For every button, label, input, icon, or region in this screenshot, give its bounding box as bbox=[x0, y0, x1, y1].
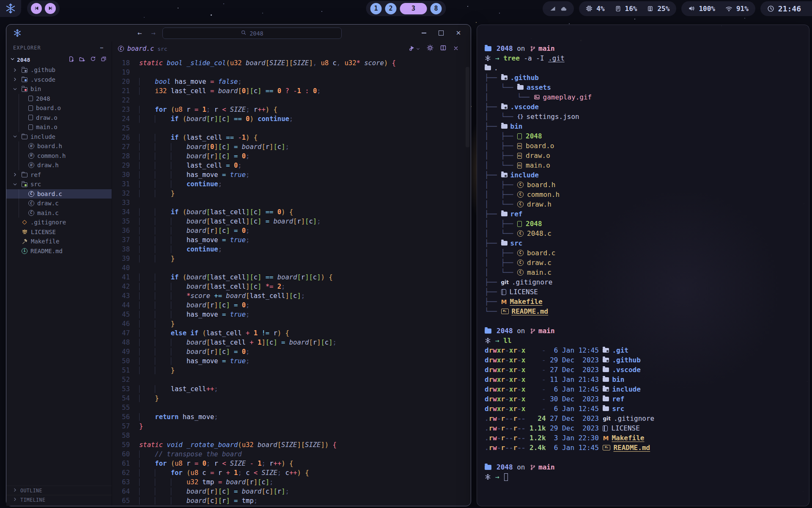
media-next-button[interactable] bbox=[45, 3, 56, 14]
explorer-item-bin[interactable]: bin bbox=[6, 84, 112, 94]
code-line-30: 30 has_move = true; bbox=[112, 170, 471, 179]
line-number: 57 bbox=[112, 422, 130, 430]
nix-logo-button[interactable] bbox=[0, 0, 21, 17]
line-number: 37 bbox=[112, 236, 130, 244]
new-file-button[interactable] bbox=[68, 56, 74, 64]
settings-button[interactable] bbox=[427, 44, 433, 53]
ll-row-.vscode: drwxr-xr-x - 27 Dec 2023 .vscode bbox=[485, 365, 801, 375]
explorer-item-main.o[interactable]: main.o bbox=[6, 122, 112, 132]
explorer-item-label: board.c bbox=[37, 190, 62, 197]
split-editor-button[interactable] bbox=[440, 44, 447, 53]
explorer-sidebar: EXPLORER ⋯ 2048 .github.vscodebin2048boa… bbox=[6, 41, 112, 506]
close-editor-button[interactable] bbox=[453, 45, 459, 53]
explorer-item-main.c[interactable]: Cmain.c bbox=[6, 208, 112, 218]
h-file-icon: H bbox=[28, 162, 34, 168]
collapse-all-button[interactable] bbox=[101, 56, 107, 64]
code-editor[interactable]: 18static bool _slide_col(u32 board[SIZE]… bbox=[112, 56, 471, 506]
explorer-item-draw.o[interactable]: draw.o bbox=[6, 113, 112, 123]
explorer-item-common.h[interactable]: Hcommon.h bbox=[6, 151, 112, 161]
file-link[interactable]: Makefile bbox=[612, 434, 644, 442]
section-timeline[interactable]: TIMELINE bbox=[6, 495, 112, 504]
system-stats[interactable]: 4% 16% 25% bbox=[579, 1, 676, 16]
weather-widget[interactable] bbox=[543, 1, 574, 16]
line-number: 63 bbox=[112, 478, 130, 486]
code-line-47: 47 else if (last_cell + 1 != r) { bbox=[112, 329, 471, 338]
media-prev-button[interactable] bbox=[31, 3, 42, 14]
tab-board-c[interactable]: C board.c bbox=[118, 45, 154, 52]
explorer-item-ref[interactable]: ref bbox=[6, 170, 112, 180]
project-root-row[interactable]: 2048 bbox=[6, 54, 112, 65]
workspace-2[interactable]: 2 bbox=[385, 3, 397, 14]
file-link[interactable]: README.md bbox=[613, 444, 650, 452]
file-link[interactable]: README.md bbox=[512, 307, 549, 315]
explorer-item-include[interactable]: include bbox=[6, 132, 112, 142]
search-icon bbox=[241, 30, 247, 37]
media-controls bbox=[27, 0, 60, 17]
explorer-item-Makefile[interactable]: Makefile bbox=[6, 237, 112, 246]
line-number: 48 bbox=[112, 339, 130, 346]
code-line-29: 29 last_cell = 0; bbox=[112, 161, 471, 170]
explorer-item-2048[interactable]: 2048 bbox=[6, 94, 112, 104]
folder-icon bbox=[22, 135, 27, 139]
explorer-more-button[interactable]: ⋯ bbox=[100, 45, 104, 51]
explorer-item-board.c[interactable]: Cboard.c bbox=[6, 189, 112, 199]
folder-icon bbox=[485, 329, 491, 334]
shell-input-line[interactable]: → bbox=[485, 472, 801, 482]
explorer-item-draw.h[interactable]: Hdraw.h bbox=[6, 160, 112, 170]
clock-widget[interactable]: 21:46 bbox=[760, 1, 812, 16]
tree-row-draw.c: │ ├── Cdraw.c bbox=[485, 258, 801, 268]
code-line-51: 51 } bbox=[112, 366, 471, 375]
audio-network[interactable]: 100% 91% bbox=[681, 1, 755, 16]
folder-icon bbox=[485, 465, 491, 470]
explorer-item-.github[interactable]: .github bbox=[6, 65, 112, 75]
section-outline[interactable]: OUTLINE bbox=[6, 486, 112, 495]
nav-back-button[interactable]: ← bbox=[137, 29, 142, 37]
link-git[interactable]: .git bbox=[548, 54, 565, 62]
code-line-27: 27 board[0][c] = board[r][c]; bbox=[112, 142, 471, 152]
file-link[interactable]: Makefile bbox=[510, 298, 542, 306]
explorer-item-label: draw.h bbox=[37, 162, 59, 168]
disk-icon bbox=[647, 6, 653, 12]
refresh-button[interactable] bbox=[90, 56, 96, 64]
tree-row-board.o: │ ├── 01board.o bbox=[485, 141, 801, 151]
code-line-22: 22 bbox=[112, 96, 471, 105]
folder-icon bbox=[501, 212, 508, 216]
workspace-1[interactable]: 1 bbox=[370, 3, 382, 14]
code-line-62: 62 for (u8 c = r + 1; c < SIZE; c++) { bbox=[112, 468, 471, 478]
code-line-25: 25 bbox=[112, 124, 471, 133]
chevron-down-icon bbox=[12, 134, 19, 139]
terminal-window[interactable]: 2048 on main→ tree -a -I .git.├── .githu… bbox=[477, 25, 809, 506]
workspace-8[interactable]: 8 bbox=[431, 3, 442, 14]
tab-folder-label: src bbox=[157, 46, 167, 52]
code-line-21: 21 i32 last_cell = board[0][c] == 0 ? -1… bbox=[112, 86, 471, 96]
maximize-button[interactable] bbox=[438, 30, 444, 36]
close-button[interactable]: ✕ bbox=[455, 30, 461, 36]
code-line-38: 38 continue; bbox=[112, 245, 471, 254]
explorer-item-README.md[interactable]: iREADME.md bbox=[6, 246, 112, 256]
explorer-item-.gitignore[interactable]: .gitignore bbox=[6, 218, 112, 227]
titlebar-search[interactable]: 2048 bbox=[162, 28, 342, 39]
explorer-item-src[interactable]: src bbox=[6, 179, 112, 189]
editor-logo-icon bbox=[13, 29, 22, 39]
explorer-item-draw.c[interactable]: Cdraw.c bbox=[6, 199, 112, 208]
code-line-35: 35 board[last_cell][c] = board[r][c]; bbox=[112, 217, 471, 226]
section-label: TIMELINE bbox=[20, 497, 45, 503]
shell-prompt: 2048 on main bbox=[485, 44, 801, 53]
nav-forward-button[interactable]: → bbox=[151, 29, 155, 37]
explorer-item-LICENSE[interactable]: LICENSE bbox=[6, 227, 112, 237]
editor-scrollbar[interactable] bbox=[466, 67, 469, 147]
explorer-item-board.o[interactable]: board.o bbox=[6, 103, 112, 113]
chevron-right-icon bbox=[12, 497, 18, 503]
explorer-item-.vscode[interactable]: .vscode bbox=[6, 75, 112, 85]
makefile-icon: M bbox=[501, 298, 507, 305]
line-number: 49 bbox=[112, 348, 130, 356]
code-line-59: 59static void _rotate_board(u32 board[SI… bbox=[112, 440, 471, 450]
run-button[interactable] bbox=[409, 44, 420, 53]
minimize-button[interactable] bbox=[421, 30, 427, 36]
code-line-52: 52 bbox=[112, 375, 471, 384]
line-number: 50 bbox=[112, 357, 130, 365]
explorer-item-board.h[interactable]: Hboard.h bbox=[6, 141, 112, 151]
tree-row-README.md: └── M↓README.md bbox=[485, 306, 801, 316]
new-folder-button[interactable] bbox=[79, 56, 85, 64]
workspace-3[interactable]: 3 bbox=[400, 3, 427, 14]
